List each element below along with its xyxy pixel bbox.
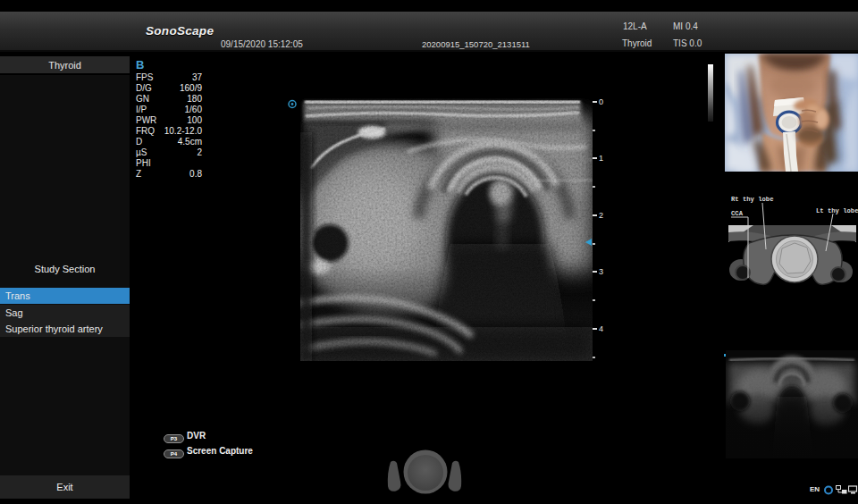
svg-text:Lt thy lobe: Lt thy lobe [816,207,858,214]
svg-text:CCA: CCA [731,210,744,217]
svg-text:Rt thy lobe: Rt thy lobe [731,196,773,203]
